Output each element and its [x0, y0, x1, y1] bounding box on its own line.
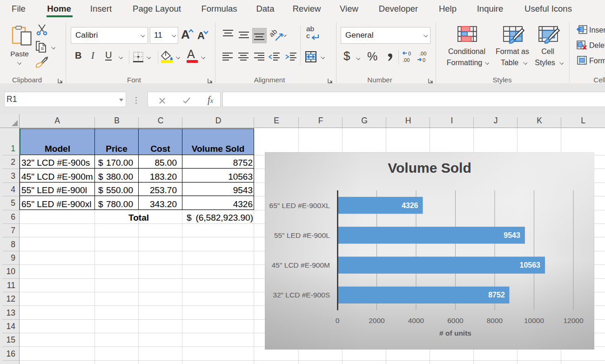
svg-text:0: 0 — [408, 51, 411, 56]
svg-text:Volume Sold: Volume Sold — [388, 160, 471, 175]
svg-text:32" LCD #E-900S: 32" LCD #E-900S — [273, 291, 330, 299]
svg-text:10563: 10563 — [520, 261, 541, 269]
svg-text:10000: 10000 — [524, 317, 544, 324]
svg-text:0: 0 — [423, 57, 425, 63]
svg-text:8752: 8752 — [488, 291, 505, 299]
svg-text:9543: 9543 — [504, 231, 520, 239]
svg-text:6000: 6000 — [447, 317, 464, 324]
svg-text:45" LCD #E-900M: 45" LCD #E-900M — [272, 261, 330, 269]
svg-text:# of units: # of units — [439, 329, 471, 337]
svg-text:4326: 4326 — [402, 202, 418, 209]
svg-text:4000: 4000 — [408, 317, 424, 324]
svg-text:65" LED #E-900XL: 65" LED #E-900XL — [269, 202, 330, 209]
svg-text:12000: 12000 — [563, 317, 583, 324]
svg-text:0: 0 — [336, 317, 340, 324]
svg-text:55" LED #E-900L: 55" LED #E-900L — [274, 231, 330, 239]
svg-text:8000: 8000 — [487, 317, 503, 324]
svg-text:2000: 2000 — [369, 317, 385, 324]
svg-text:.00: .00 — [419, 51, 426, 56]
svg-text:.00: .00 — [403, 57, 410, 63]
